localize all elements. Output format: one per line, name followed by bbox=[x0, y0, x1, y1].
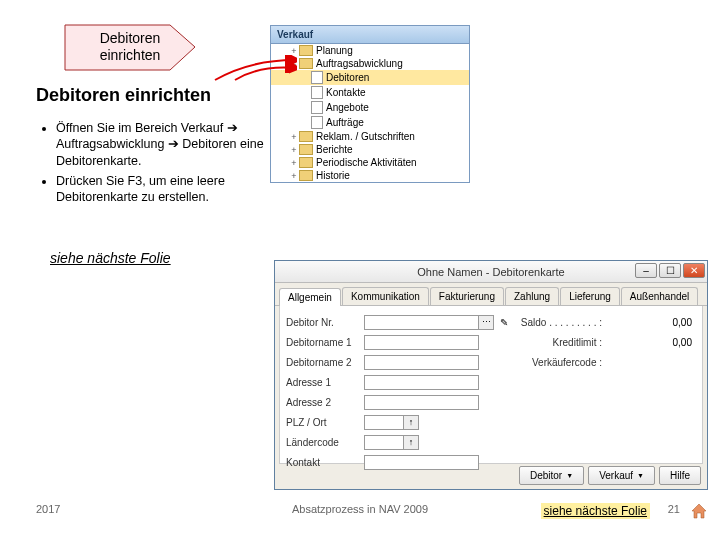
folder-icon bbox=[299, 170, 313, 181]
nav-label: Historie bbox=[316, 170, 350, 181]
nav-item[interactable]: +Planung bbox=[271, 44, 469, 57]
field-value: 0,00 bbox=[642, 317, 692, 328]
text-input[interactable] bbox=[364, 355, 479, 370]
tab[interactable]: Allgemein bbox=[279, 288, 341, 306]
field-label: Adresse 2 bbox=[286, 397, 364, 408]
form-row: Adresse 2 bbox=[286, 394, 696, 411]
nav-label: Debitoren bbox=[326, 72, 369, 83]
text-input[interactable] bbox=[364, 395, 479, 410]
folder-icon bbox=[299, 157, 313, 168]
nav-item[interactable]: Angebote bbox=[271, 100, 469, 115]
nav-label: Auftragsabwicklung bbox=[316, 58, 403, 69]
tab[interactable]: Zahlung bbox=[505, 287, 559, 305]
form-panel: Debitor Nr.⋯✎Debitorname 1Debitorname 2A… bbox=[279, 306, 703, 464]
nav-item[interactable]: +Periodische Aktivitäten bbox=[271, 156, 469, 169]
field-label: Verkäufercode : bbox=[532, 357, 602, 368]
nav-header: Verkauf bbox=[271, 26, 469, 44]
nav-item[interactable]: +Historie bbox=[271, 169, 469, 182]
verkauf-button[interactable]: Verkauf ▼ bbox=[588, 466, 655, 485]
nav-item[interactable]: Kontakte bbox=[271, 85, 469, 100]
nav-item[interactable]: +Reklam. / Gutschriften bbox=[271, 130, 469, 143]
form-row: Verkäufercode : bbox=[521, 354, 692, 371]
folder-icon bbox=[299, 58, 313, 69]
hilfe-button[interactable]: Hilfe bbox=[659, 466, 701, 485]
lookup-button[interactable]: ↑ bbox=[403, 435, 419, 450]
nav-item[interactable]: Debitoren bbox=[271, 70, 469, 85]
tab[interactable]: Lieferung bbox=[560, 287, 620, 305]
navigation-pane: Verkauf +Planung−AuftragsabwicklungDebit… bbox=[270, 25, 470, 183]
field-label: PLZ / Ort bbox=[286, 417, 364, 428]
field-label: Saldo . . . . . . . . . : bbox=[521, 317, 602, 328]
form-row: Saldo . . . . . . . . . :0,00 bbox=[521, 314, 692, 331]
folder-icon bbox=[311, 101, 323, 114]
text-input[interactable] bbox=[364, 435, 404, 450]
instruction-list: Öffnen Sie im Bereich Verkauf ➔ Auftrags… bbox=[36, 120, 296, 209]
nav-label: Angebote bbox=[326, 102, 369, 113]
form-row: PLZ / Ort↑ bbox=[286, 414, 696, 431]
tab[interactable]: Kommunikation bbox=[342, 287, 429, 305]
page-number: 21 bbox=[668, 503, 680, 515]
button-row: Debitor ▼Verkauf ▼Hilfe bbox=[519, 466, 701, 485]
bullet-item: Öffnen Sie im Bereich Verkauf ➔ Auftrags… bbox=[56, 120, 296, 169]
nav-item[interactable]: Aufträge bbox=[271, 115, 469, 130]
title-bar: Ohne Namen - Debitorenkarte – ☐ ✕ bbox=[275, 261, 707, 283]
form-row: Kreditlimit :0,00 bbox=[521, 334, 692, 351]
form-row: Ländercode↑ bbox=[286, 434, 696, 451]
field-label: Kontakt bbox=[286, 457, 364, 468]
folder-icon bbox=[299, 131, 313, 142]
tab[interactable]: Außenhandel bbox=[621, 287, 699, 305]
nav-label: Aufträge bbox=[326, 117, 364, 128]
text-input[interactable] bbox=[364, 315, 479, 330]
tab[interactable]: Fakturierung bbox=[430, 287, 504, 305]
nav-label: Berichte bbox=[316, 144, 353, 155]
field-label: Debitorname 2 bbox=[286, 357, 364, 368]
folder-icon bbox=[311, 116, 323, 129]
nav-item[interactable]: −Auftragsabwicklung bbox=[271, 57, 469, 70]
folder-icon bbox=[311, 71, 323, 84]
field-label: Kreditlimit : bbox=[553, 337, 602, 348]
folder-icon bbox=[299, 144, 313, 155]
debitor-card-window: Ohne Namen - Debitorenkarte – ☐ ✕ Allgem… bbox=[274, 260, 708, 490]
process-step-arrow: Debitoren einrichten bbox=[60, 20, 200, 75]
next-slide-link[interactable]: siehe nächste Folie bbox=[50, 250, 171, 266]
text-input[interactable] bbox=[364, 455, 479, 470]
footer-next-link[interactable]: siehe nächste Folie bbox=[541, 503, 650, 519]
field-value: 0,00 bbox=[642, 337, 692, 348]
nav-item[interactable]: +Berichte bbox=[271, 143, 469, 156]
lookup-button[interactable]: ↑ bbox=[403, 415, 419, 430]
field-label: Ländercode bbox=[286, 437, 364, 448]
tab-strip: AllgemeinKommunikationFakturierungZahlun… bbox=[275, 283, 707, 306]
debitor-button[interactable]: Debitor ▼ bbox=[519, 466, 584, 485]
nav-label: Reklam. / Gutschriften bbox=[316, 131, 415, 142]
folder-icon bbox=[311, 86, 323, 99]
folder-icon bbox=[299, 45, 313, 56]
nav-label: Planung bbox=[316, 45, 353, 56]
lookup-button[interactable]: ⋯ bbox=[478, 315, 494, 330]
field-label: Debitor Nr. bbox=[286, 317, 364, 328]
close-button[interactable]: ✕ bbox=[683, 263, 705, 278]
maximize-button[interactable]: ☐ bbox=[659, 263, 681, 278]
minimize-button[interactable]: – bbox=[635, 263, 657, 278]
home-icon[interactable] bbox=[690, 503, 708, 519]
nav-label: Periodische Aktivitäten bbox=[316, 157, 417, 168]
text-input[interactable] bbox=[364, 335, 479, 350]
page-title: Debitoren einrichten bbox=[36, 85, 211, 106]
text-input[interactable] bbox=[364, 415, 404, 430]
form-row: Adresse 1 bbox=[286, 374, 696, 391]
field-label: Debitorname 1 bbox=[286, 337, 364, 348]
arrow-label: Debitoren einrichten bbox=[60, 30, 200, 64]
nav-label: Kontakte bbox=[326, 87, 365, 98]
field-label: Adresse 1 bbox=[286, 377, 364, 388]
bullet-item: Drücken Sie F3, um eine leere Debitorenk… bbox=[56, 173, 296, 206]
slide-footer: 2017 Absatzprozess in NAV 2009 siehe näc… bbox=[0, 503, 720, 528]
text-input[interactable] bbox=[364, 375, 479, 390]
